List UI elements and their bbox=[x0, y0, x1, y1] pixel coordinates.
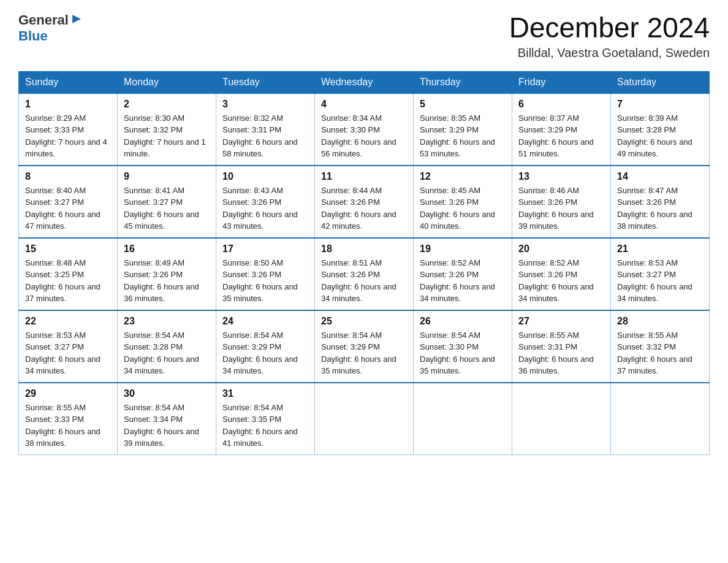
calendar-table: SundayMondayTuesdayWednesdayThursdayFrid… bbox=[18, 71, 710, 455]
day-info: Sunrise: 8:46 AMSunset: 3:26 PMDaylight:… bbox=[518, 185, 604, 232]
calendar-cell: 1 Sunrise: 8:29 AMSunset: 3:33 PMDayligh… bbox=[19, 93, 118, 166]
calendar-cell: 24 Sunrise: 8:54 AMSunset: 3:29 PMDaylig… bbox=[216, 310, 315, 383]
day-info: Sunrise: 8:52 AMSunset: 3:26 PMDaylight:… bbox=[420, 257, 506, 305]
calendar-cell: 17 Sunrise: 8:50 AMSunset: 3:26 PMDaylig… bbox=[216, 238, 315, 310]
day-number: 13 bbox=[518, 171, 604, 182]
calendar-cell: 23 Sunrise: 8:54 AMSunset: 3:28 PMDaylig… bbox=[118, 310, 216, 383]
calendar-cell: 30 Sunrise: 8:54 AMSunset: 3:34 PMDaylig… bbox=[118, 383, 216, 455]
day-number: 18 bbox=[321, 243, 407, 255]
day-info: Sunrise: 8:40 AMSunset: 3:27 PMDaylight:… bbox=[25, 185, 111, 232]
calendar-cell: 11 Sunrise: 8:44 AMSunset: 3:26 PMDaylig… bbox=[315, 166, 414, 238]
weekday-header-saturday: Saturday bbox=[611, 71, 710, 93]
day-info: Sunrise: 8:45 AMSunset: 3:26 PMDaylight:… bbox=[420, 185, 506, 232]
day-number: 7 bbox=[617, 99, 703, 110]
calendar-cell: 3 Sunrise: 8:32 AMSunset: 3:31 PMDayligh… bbox=[216, 93, 315, 166]
calendar-cell: 15 Sunrise: 8:48 AMSunset: 3:25 PMDaylig… bbox=[19, 238, 118, 310]
day-number: 26 bbox=[420, 316, 506, 327]
calendar-cell: 8 Sunrise: 8:40 AMSunset: 3:27 PMDayligh… bbox=[19, 166, 118, 238]
calendar-cell: 16 Sunrise: 8:49 AMSunset: 3:26 PMDaylig… bbox=[118, 238, 216, 310]
calendar-cell: 28 Sunrise: 8:55 AMSunset: 3:32 PMDaylig… bbox=[611, 310, 710, 383]
calendar-cell bbox=[414, 383, 512, 455]
day-info: Sunrise: 8:44 AMSunset: 3:26 PMDaylight:… bbox=[321, 185, 407, 232]
calendar-cell: 13 Sunrise: 8:46 AMSunset: 3:26 PMDaylig… bbox=[512, 166, 611, 238]
calendar-cell: 18 Sunrise: 8:51 AMSunset: 3:26 PMDaylig… bbox=[315, 238, 414, 310]
day-number: 16 bbox=[124, 243, 210, 255]
day-number: 25 bbox=[321, 316, 407, 327]
weekday-header-thursday: Thursday bbox=[414, 71, 512, 93]
calendar-cell: 7 Sunrise: 8:39 AMSunset: 3:28 PMDayligh… bbox=[611, 93, 710, 166]
month-title: December 2024 bbox=[509, 12, 710, 44]
calendar-week-row: 1 Sunrise: 8:29 AMSunset: 3:33 PMDayligh… bbox=[19, 93, 710, 166]
day-number: 19 bbox=[420, 243, 506, 255]
day-number: 9 bbox=[124, 171, 210, 182]
day-info: Sunrise: 8:43 AMSunset: 3:26 PMDaylight:… bbox=[222, 185, 308, 232]
day-info: Sunrise: 8:49 AMSunset: 3:26 PMDaylight:… bbox=[124, 257, 210, 305]
calendar-cell: 20 Sunrise: 8:52 AMSunset: 3:26 PMDaylig… bbox=[512, 238, 611, 310]
day-number: 1 bbox=[25, 99, 111, 110]
weekday-header-friday: Friday bbox=[512, 71, 611, 93]
day-number: 5 bbox=[420, 99, 506, 110]
weekday-header-monday: Monday bbox=[118, 71, 216, 93]
day-info: Sunrise: 8:41 AMSunset: 3:27 PMDaylight:… bbox=[124, 185, 210, 232]
day-number: 22 bbox=[25, 316, 111, 327]
day-number: 14 bbox=[617, 171, 703, 182]
logo: General Blue bbox=[18, 12, 83, 44]
logo-arrow-icon bbox=[70, 12, 83, 26]
calendar-cell bbox=[315, 383, 414, 455]
calendar-cell: 27 Sunrise: 8:55 AMSunset: 3:31 PMDaylig… bbox=[512, 310, 611, 383]
day-info: Sunrise: 8:35 AMSunset: 3:29 PMDaylight:… bbox=[420, 112, 506, 160]
day-info: Sunrise: 8:54 AMSunset: 3:35 PMDaylight:… bbox=[222, 402, 308, 450]
day-info: Sunrise: 8:47 AMSunset: 3:26 PMDaylight:… bbox=[617, 185, 703, 232]
calendar-cell: 29 Sunrise: 8:55 AMSunset: 3:33 PMDaylig… bbox=[19, 383, 118, 455]
day-number: 27 bbox=[518, 316, 604, 327]
calendar-cell: 5 Sunrise: 8:35 AMSunset: 3:29 PMDayligh… bbox=[414, 93, 512, 166]
location-title: Billdal, Vaestra Goetaland, Sweden bbox=[509, 46, 710, 60]
calendar-cell: 2 Sunrise: 8:30 AMSunset: 3:32 PMDayligh… bbox=[118, 93, 216, 166]
day-info: Sunrise: 8:37 AMSunset: 3:29 PMDaylight:… bbox=[518, 112, 604, 160]
day-info: Sunrise: 8:32 AMSunset: 3:31 PMDaylight:… bbox=[222, 112, 308, 160]
calendar-cell: 9 Sunrise: 8:41 AMSunset: 3:27 PMDayligh… bbox=[118, 166, 216, 238]
day-info: Sunrise: 8:34 AMSunset: 3:30 PMDaylight:… bbox=[321, 112, 407, 160]
calendar-cell: 21 Sunrise: 8:53 AMSunset: 3:27 PMDaylig… bbox=[611, 238, 710, 310]
day-number: 21 bbox=[617, 243, 703, 255]
day-number: 8 bbox=[25, 171, 111, 182]
calendar-cell: 19 Sunrise: 8:52 AMSunset: 3:26 PMDaylig… bbox=[414, 238, 512, 310]
day-info: Sunrise: 8:55 AMSunset: 3:33 PMDaylight:… bbox=[25, 402, 111, 450]
calendar-cell bbox=[611, 383, 710, 455]
calendar-cell: 6 Sunrise: 8:37 AMSunset: 3:29 PMDayligh… bbox=[512, 93, 611, 166]
day-number: 28 bbox=[617, 316, 703, 327]
logo-general-text: General bbox=[18, 12, 69, 28]
day-info: Sunrise: 8:54 AMSunset: 3:30 PMDaylight:… bbox=[420, 329, 506, 377]
day-number: 6 bbox=[518, 99, 604, 110]
calendar-week-row: 8 Sunrise: 8:40 AMSunset: 3:27 PMDayligh… bbox=[19, 166, 710, 238]
logo-blue-text: Blue bbox=[18, 28, 48, 44]
day-number: 10 bbox=[222, 171, 308, 182]
day-info: Sunrise: 8:50 AMSunset: 3:26 PMDaylight:… bbox=[222, 257, 308, 305]
day-number: 15 bbox=[25, 243, 111, 255]
day-info: Sunrise: 8:52 AMSunset: 3:26 PMDaylight:… bbox=[518, 257, 604, 305]
calendar-header-row: SundayMondayTuesdayWednesdayThursdayFrid… bbox=[19, 71, 710, 93]
day-info: Sunrise: 8:53 AMSunset: 3:27 PMDaylight:… bbox=[25, 329, 111, 377]
weekday-header-tuesday: Tuesday bbox=[216, 71, 315, 93]
calendar-cell: 12 Sunrise: 8:45 AMSunset: 3:26 PMDaylig… bbox=[414, 166, 512, 238]
calendar-week-row: 29 Sunrise: 8:55 AMSunset: 3:33 PMDaylig… bbox=[19, 383, 710, 455]
day-number: 12 bbox=[420, 171, 506, 182]
day-number: 31 bbox=[222, 388, 308, 399]
calendar-week-row: 22 Sunrise: 8:53 AMSunset: 3:27 PMDaylig… bbox=[19, 310, 710, 383]
day-info: Sunrise: 8:55 AMSunset: 3:31 PMDaylight:… bbox=[518, 329, 604, 377]
day-info: Sunrise: 8:51 AMSunset: 3:26 PMDaylight:… bbox=[321, 257, 407, 305]
calendar-cell: 26 Sunrise: 8:54 AMSunset: 3:30 PMDaylig… bbox=[414, 310, 512, 383]
day-number: 24 bbox=[222, 316, 308, 327]
day-number: 29 bbox=[25, 388, 111, 399]
calendar-cell bbox=[512, 383, 611, 455]
day-info: Sunrise: 8:29 AMSunset: 3:33 PMDaylight:… bbox=[25, 112, 111, 160]
calendar-cell: 25 Sunrise: 8:54 AMSunset: 3:29 PMDaylig… bbox=[315, 310, 414, 383]
day-info: Sunrise: 8:39 AMSunset: 3:28 PMDaylight:… bbox=[617, 112, 703, 160]
day-number: 30 bbox=[124, 388, 210, 399]
day-info: Sunrise: 8:54 AMSunset: 3:29 PMDaylight:… bbox=[321, 329, 407, 377]
day-number: 3 bbox=[222, 99, 308, 110]
day-info: Sunrise: 8:54 AMSunset: 3:29 PMDaylight:… bbox=[222, 329, 308, 377]
day-info: Sunrise: 8:54 AMSunset: 3:34 PMDaylight:… bbox=[124, 402, 210, 450]
day-info: Sunrise: 8:53 AMSunset: 3:27 PMDaylight:… bbox=[617, 257, 703, 305]
calendar-cell: 22 Sunrise: 8:53 AMSunset: 3:27 PMDaylig… bbox=[19, 310, 118, 383]
